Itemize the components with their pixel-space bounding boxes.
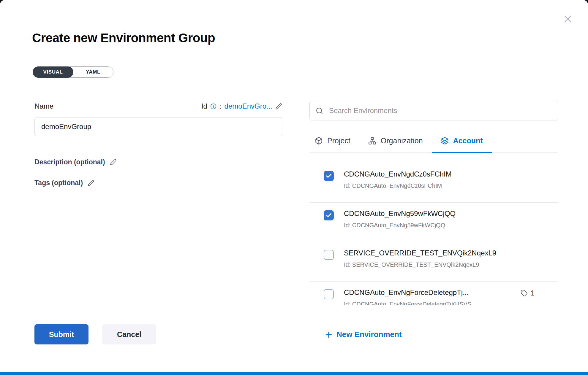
edit-description-icon[interactable] — [110, 159, 117, 166]
name-label: Name — [34, 102, 53, 110]
modal-title: Create new Environment Group — [32, 31, 215, 45]
environment-tag-badge: 1 — [521, 289, 535, 297]
environment-row: CDCNGAuto_EnvNgdCz0sFChIM Id: CDCNGAuto_… — [309, 163, 558, 203]
environment-info: CDCNGAuto_EnvNgdCz0sFChIM Id: CDCNGAuto_… — [344, 170, 452, 189]
create-env-group-modal: Create new Environment Group VISUAL YAML… — [0, 0, 588, 372]
tab-account-label: Account — [453, 136, 483, 145]
cube-icon — [315, 137, 323, 145]
environment-info: CDCNGAuto_EnvNgForceDeletegpTj... Id: CD… — [344, 288, 471, 305]
tab-account[interactable]: Account — [432, 129, 492, 153]
close-button[interactable] — [562, 13, 574, 25]
name-input[interactable] — [34, 117, 282, 136]
description-label: Description (optional) — [34, 158, 105, 166]
environment-checkbox[interactable] — [324, 171, 334, 181]
environment-panel: Project Organization Account CDCNGAuto_E… — [309, 101, 558, 305]
search-icon — [316, 107, 323, 115]
tag-count: 1 — [531, 289, 535, 297]
environment-list: CDCNGAuto_EnvNgdCz0sFChIM Id: CDCNGAuto_… — [309, 153, 558, 305]
id-group: Id : demoEnvGro... — [201, 102, 282, 110]
environment-name: SERVICE_OVERRIDE_TEST_ENVQik2NqexL9 — [344, 249, 496, 257]
environment-checkbox[interactable] — [324, 289, 334, 299]
environment-row: CDCNGAuto_EnvNgForceDeletegpTj... Id: CD… — [309, 282, 558, 305]
toggle-yaml[interactable]: YAML — [73, 66, 113, 78]
close-icon — [563, 14, 573, 24]
description-row: Description (optional) — [34, 158, 117, 166]
edit-id-icon[interactable] — [275, 103, 282, 110]
visual-yaml-toggle: VISUAL YAML — [33, 66, 113, 78]
environment-id: Id: CDCNGAuto_EnvNgForceDeletegpTjXHSVS — [344, 301, 471, 305]
tab-organization-label: Organization — [381, 136, 423, 145]
plus-icon — [325, 331, 333, 339]
environment-checkbox[interactable] — [324, 250, 334, 260]
environment-name: CDCNGAuto_EnvNgForceDeletegpTj... — [344, 288, 471, 297]
environment-info: CDCNGAuto_EnvNg59wFkWCjQQ Id: CDCNGAuto_… — [344, 209, 456, 229]
environment-checkbox[interactable] — [324, 210, 334, 220]
search-input[interactable] — [328, 106, 552, 115]
environment-name: CDCNGAuto_EnvNgdCz0sFChIM — [344, 170, 452, 178]
id-separator: : — [219, 102, 222, 110]
vertical-divider — [296, 89, 296, 347]
tag-icon — [521, 290, 528, 297]
org-chart-icon — [368, 137, 376, 145]
environment-name: CDCNGAuto_EnvNg59wFkWCjQQ — [344, 209, 456, 218]
tab-project-label: Project — [327, 136, 350, 145]
environment-id: Id: CDCNGAuto_EnvNg59wFkWCjQQ — [344, 222, 456, 229]
id-value-link[interactable]: demoEnvGro... — [225, 102, 272, 110]
toggle-visual[interactable]: VISUAL — [33, 66, 73, 78]
environment-row: CDCNGAuto_EnvNg59wFkWCjQQ Id: CDCNGAuto_… — [309, 203, 558, 242]
environment-id: Id: CDCNGAuto_EnvNgdCz0sFChIM — [344, 182, 452, 189]
new-environment-button[interactable]: New Environment — [325, 330, 402, 339]
edit-tags-icon[interactable] — [88, 179, 94, 186]
check-icon — [325, 173, 332, 179]
environment-info: SERVICE_OVERRIDE_TEST_ENVQik2NqexL9 Id: … — [344, 249, 496, 268]
tab-organization[interactable]: Organization — [359, 129, 432, 153]
name-row: Name Id : demoEnvGro... — [34, 102, 282, 110]
tags-label: Tags (optional) — [34, 179, 83, 187]
info-icon[interactable] — [210, 103, 216, 109]
action-buttons: Submit Cancel — [34, 324, 156, 344]
layers-icon — [441, 137, 449, 145]
check-icon — [325, 212, 332, 219]
id-label: Id — [201, 102, 207, 110]
tags-row: Tags (optional) — [34, 179, 94, 187]
environment-id: Id: SERVICE_OVERRIDE_TEST_ENVQik2NqexL9 — [344, 261, 496, 268]
cancel-button[interactable]: Cancel — [102, 324, 156, 344]
horizontal-divider — [32, 89, 561, 89]
new-environment-label: New Environment — [336, 330, 402, 339]
tab-project[interactable]: Project — [309, 129, 359, 153]
environment-search — [309, 101, 558, 120]
background-blue-bar — [0, 372, 588, 375]
environment-row: SERVICE_OVERRIDE_TEST_ENVQik2NqexL9 Id: … — [309, 242, 558, 282]
submit-button[interactable]: Submit — [34, 324, 88, 344]
scope-tabs: Project Organization Account — [309, 129, 558, 153]
